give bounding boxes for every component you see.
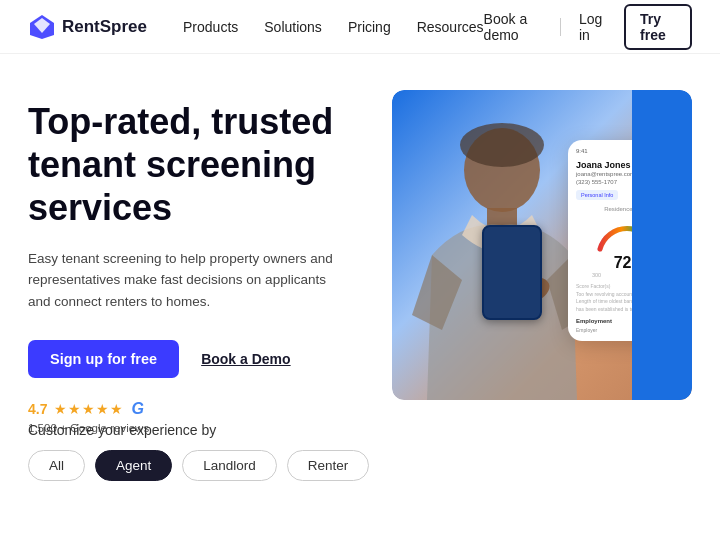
tab-agent[interactable]: Agent [95, 450, 172, 481]
score-range-low: 300 [592, 272, 601, 278]
navbar: RentSpree Products Solutions Pricing Res… [0, 0, 720, 54]
hero-subtitle: Easy tenant screening to help property o… [28, 248, 338, 313]
held-phone [482, 225, 542, 320]
employer-col: Employer [576, 327, 597, 333]
nav-try-free[interactable]: Try free [624, 4, 692, 50]
signup-button[interactable]: Sign up for free [28, 340, 179, 378]
hero-section: Top-rated, trusted tenant screening serv… [0, 54, 720, 404]
filter-tabs: All Agent Landlord Renter [28, 450, 692, 481]
svg-point-3 [460, 123, 544, 167]
blue-accent [632, 90, 692, 400]
nav-links: Products Solutions Pricing Resources [183, 19, 484, 35]
nav-pricing[interactable]: Pricing [348, 19, 391, 35]
nav-resources[interactable]: Resources [417, 19, 484, 35]
nav-divider [560, 18, 561, 36]
book-demo-button[interactable]: Book a Demo [201, 351, 290, 367]
hero-title: Top-rated, trusted tenant screening serv… [28, 100, 372, 230]
logo[interactable]: RentSpree [28, 13, 147, 41]
phone-time: 9:41 [576, 148, 588, 155]
tab-renter[interactable]: Renter [287, 450, 370, 481]
logo-text: RentSpree [62, 17, 147, 37]
phone-tab-personal[interactable]: Personal Info [576, 190, 618, 200]
hero-image: 9:41 ▪▪▪ WiFi 🔋 Joana Jones joana@rentsp… [392, 90, 692, 400]
rating-row: 4.7 ★★★★★ G [28, 400, 372, 418]
hero-cta: Sign up for free Book a Demo [28, 340, 372, 378]
nav-login[interactable]: Log in [579, 11, 606, 43]
nav-solutions[interactable]: Solutions [264, 19, 322, 35]
rating-score: 4.7 [28, 401, 47, 417]
tab-all[interactable]: All [28, 450, 85, 481]
nav-book-demo[interactable]: Book a demo [484, 11, 543, 43]
star-icons: ★★★★★ [54, 401, 124, 417]
tab-landlord[interactable]: Landlord [182, 450, 277, 481]
nav-right: Book a demo Log in Try free [484, 4, 692, 50]
logo-icon [28, 13, 56, 41]
google-icon: G [131, 400, 143, 418]
hero-left: Top-rated, trusted tenant screening serv… [28, 90, 372, 436]
nav-products[interactable]: Products [183, 19, 238, 35]
